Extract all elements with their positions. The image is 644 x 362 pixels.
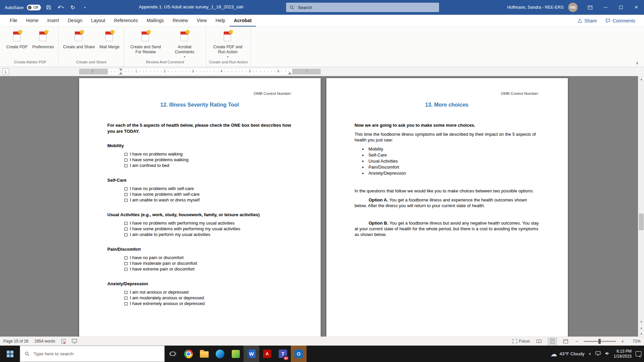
tab-references[interactable]: References: [110, 15, 143, 26]
chrome-taskbar-button[interactable]: [180, 346, 196, 362]
focus-mode-button[interactable]: Focus: [513, 339, 530, 344]
volume-icon: [605, 351, 610, 356]
tab-acrobat[interactable]: Acrobat: [229, 15, 256, 26]
tab-insert[interactable]: Insert: [43, 15, 63, 26]
taskbar-search-input[interactable]: [33, 351, 160, 357]
preferences-button[interactable]: Preferences: [31, 28, 56, 50]
ribbon-button-label: Create and Send For Review: [128, 45, 163, 55]
tab-layout[interactable]: Layout: [87, 15, 110, 26]
search-input[interactable]: [297, 5, 436, 10]
scroll-down-button[interactable]: ▾: [638, 319, 644, 324]
tab-file[interactable]: File: [5, 15, 22, 26]
page-number-indicator[interactable]: Page 15 of 26: [3, 339, 29, 344]
weather-widget[interactable]: ☁ 43°F Cloudy: [550, 351, 584, 357]
zoom-slider[interactable]: [584, 341, 616, 342]
cloud-icon: ☁: [550, 351, 557, 357]
acrobat-comments-button[interactable]: Acrobat Comments ▾: [166, 28, 203, 58]
maximize-button[interactable]: [613, 0, 629, 15]
zoom-slider-thumb[interactable]: [598, 339, 601, 344]
horizontal-ruler[interactable]: 1 1 2 3 4 5 6 7: [79, 69, 321, 74]
option-text: I have some problems walking: [130, 157, 189, 162]
tab-stop-selector[interactable]: L: [3, 68, 9, 75]
print-layout-button[interactable]: [548, 338, 557, 345]
comments-button[interactable]: Comments: [605, 18, 635, 23]
checkbox-option: I am unable to wash or dress myself: [124, 197, 292, 203]
read-mode-button[interactable]: [534, 338, 543, 345]
zoom-level[interactable]: 71%: [629, 339, 641, 344]
account-name[interactable]: Hoffmann, Sandra - REE-ERS: [507, 5, 564, 10]
next-page-button[interactable]: ▾: [638, 331, 644, 337]
document-page-16[interactable]: OMB Control Number: 13. More choices Now…: [326, 78, 568, 337]
system-tray: ☁ 43°F Cloudy ∧ 6:13 PM 1/19/2023: [550, 346, 644, 362]
checkbox-icon: [124, 199, 127, 202]
collapse-ribbon-button[interactable]: ∧: [636, 61, 639, 65]
right-indent-marker[interactable]: [288, 72, 291, 74]
avatar[interactable]: HS: [568, 3, 578, 12]
close-button[interactable]: ×: [629, 0, 644, 15]
option-text: I am unable to perform my usual activiti…: [130, 232, 210, 237]
checkbox-option: I have no problems with performing my us…: [124, 220, 292, 226]
teams-taskbar-button[interactable]: T 9+: [275, 346, 291, 362]
undo-button[interactable]: ↶▾: [56, 2, 65, 12]
taskbar-search-box[interactable]: [20, 346, 165, 362]
document-page-15[interactable]: OMB Control Number: 12. Illness Severity…: [79, 78, 321, 337]
title-bar: AutoSave Off ↶▾ ↻ ▾ Appendix 1. US Adult…: [0, 0, 644, 15]
share-button[interactable]: Share: [577, 18, 597, 23]
action-center-button[interactable]: [636, 351, 641, 356]
word-count-indicator[interactable]: 2854 words: [35, 339, 55, 344]
acrobat-taskbar-button[interactable]: A: [259, 346, 275, 362]
taskbar-clock[interactable]: 6:13 PM 1/19/2023: [614, 349, 632, 359]
ribbon-display-icon: [588, 5, 593, 10]
zoom-out-button[interactable]: −: [575, 339, 579, 344]
pinned-app-taskbar-button[interactable]: [228, 346, 244, 362]
vertical-scrollbar[interactable]: ▴ ▾ ▴ ▾: [638, 76, 644, 337]
proofing-errors-button[interactable]: [61, 339, 66, 344]
section-heading: Usual Activities (e.g., work, study, hou…: [107, 212, 292, 218]
hanging-indent-marker[interactable]: [119, 72, 122, 74]
tray-expand-button[interactable]: ∧: [589, 352, 591, 356]
windows-logo-icon: [7, 351, 13, 357]
bullet-icon: ●: [362, 152, 364, 158]
outlook-taskbar-button[interactable]: O: [291, 346, 307, 362]
document-canvas: OMB Control Number: 12. Illness Severity…: [0, 76, 644, 337]
create-and-share-button[interactable]: Create and Share: [61, 28, 97, 50]
accessibility-checker-button[interactable]: [72, 339, 77, 344]
network-tray-button[interactable]: [595, 351, 601, 357]
save-button[interactable]: [44, 2, 53, 12]
tab-review[interactable]: Review: [168, 15, 193, 26]
redo-button[interactable]: ↻: [68, 2, 77, 12]
zoom-in-button[interactable]: +: [620, 339, 625, 344]
mail-merge-button[interactable]: Mail Merge: [98, 28, 121, 50]
autosave-toggle[interactable]: Off: [27, 5, 41, 10]
bullet-icon: ●: [362, 146, 364, 152]
tab-help[interactable]: Help: [211, 15, 230, 26]
customize-quick-access-button[interactable]: ▾: [80, 2, 89, 12]
web-layout-button[interactable]: [561, 338, 570, 345]
scroll-up-button[interactable]: ▴: [638, 76, 644, 82]
word-taskbar-button[interactable]: W: [244, 346, 259, 362]
ribbon-group-label: Create and Share: [61, 58, 121, 66]
titlebar-search-box[interactable]: [286, 3, 439, 12]
tab-mailings[interactable]: Mailings: [142, 15, 168, 26]
create-pdf-button[interactable]: Create PDF: [5, 28, 29, 50]
scrollbar-thumb[interactable]: [639, 214, 644, 230]
ribbon-display-options-button[interactable]: [582, 0, 598, 15]
start-button[interactable]: [0, 346, 20, 362]
ruler[interactable]: L 1 1 2 3 4 5 6 7: [0, 67, 644, 76]
tab-view[interactable]: View: [192, 15, 211, 26]
file-explorer-taskbar-button[interactable]: [196, 346, 212, 362]
tab-design[interactable]: Design: [63, 15, 87, 26]
tab-home[interactable]: Home: [22, 15, 43, 26]
edge-taskbar-button[interactable]: [212, 346, 228, 362]
omb-control-label: OMB Control Number:: [107, 92, 292, 96]
previous-page-button[interactable]: ▴: [638, 325, 644, 330]
create-pdf-and-run-action-button[interactable]: Create PDF and Run Action ▾: [209, 28, 247, 58]
bullet-text: Mobility: [368, 146, 383, 152]
survey-section-usual-activities: Usual Activities (e.g., work, study, hou…: [107, 212, 292, 237]
volume-tray-button[interactable]: [605, 351, 610, 357]
create-and-send-for-review-button[interactable]: Create and Send For Review: [127, 28, 164, 55]
task-view-button[interactable]: [165, 346, 180, 362]
minimize-button[interactable]: [598, 0, 613, 15]
focus-label: Focus: [519, 339, 530, 344]
first-line-indent-marker[interactable]: [119, 69, 122, 71]
